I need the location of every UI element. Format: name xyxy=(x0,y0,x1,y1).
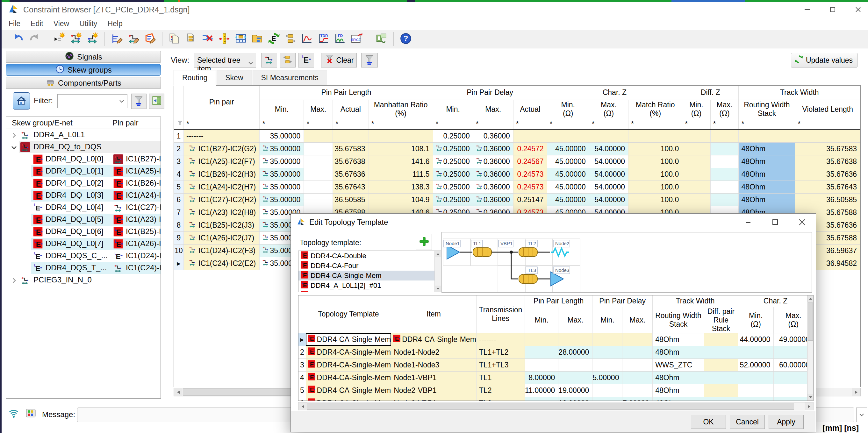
skew-group-settings-button[interactable] xyxy=(67,31,84,47)
value-cell[interactable]: 35.00000 xyxy=(259,180,304,193)
value-cell[interactable] xyxy=(704,397,738,401)
sub-header[interactable]: Min. xyxy=(433,100,473,119)
scrollbar-thumb[interactable] xyxy=(808,302,813,341)
template-list-item[interactable]: EDDR4-CA-Single-Mem xyxy=(299,271,441,280)
value-cell[interactable] xyxy=(738,346,774,359)
value-cell[interactable]: 45.00000 xyxy=(547,142,589,155)
value-cell[interactable]: 35.67583 xyxy=(333,142,369,155)
routing-width-stack-cell[interactable]: 48Ohm xyxy=(739,168,795,180)
value-cell[interactable]: 35.00000 xyxy=(259,168,304,180)
routing-width-stack-cell[interactable]: 48Ohm xyxy=(653,384,704,397)
value-cell[interactable]: 36.50585 xyxy=(795,193,860,206)
sidebar-button-components-parts[interactable]: Components/Parts xyxy=(6,77,161,89)
value-cell[interactable]: 0.25000 xyxy=(433,168,473,180)
sub-header[interactable]: Min. (Ω) xyxy=(547,100,589,119)
sub-header[interactable]: Actual xyxy=(513,100,547,119)
value-cell[interactable]: 35.67638 xyxy=(333,155,369,168)
filter-cell[interactable]: * xyxy=(628,119,682,130)
topology-template-cell[interactable]: EDDR4-CA-Single-Mem xyxy=(306,397,391,401)
value-cell[interactable]: 104.9 xyxy=(369,193,433,206)
tree-group-row[interactable]: PCIEG3_IN_N_0 xyxy=(6,274,160,286)
close-icon[interactable] xyxy=(797,217,807,228)
routing-width-stack-cell[interactable]: 48Ohm xyxy=(739,180,795,193)
item-cell[interactable]: EDDR4-CA-Single-Mem xyxy=(391,333,476,346)
value-cell[interactable] xyxy=(333,130,369,142)
value-cell[interactable] xyxy=(710,155,739,168)
value-cell[interactable]: 35.00000 xyxy=(259,155,304,168)
routing-width-stack-cell[interactable]: 48Ohm xyxy=(653,371,704,384)
template-list-item[interactable]: EDDR4-CA-Double xyxy=(299,251,441,261)
sub-header[interactable]: Min. (Ω) xyxy=(738,307,774,333)
value-cell[interactable]: 35.67636 xyxy=(795,168,860,180)
row-number[interactable]: 10 xyxy=(174,244,184,257)
item-cell[interactable]: Node2-VBP1 xyxy=(391,384,476,397)
value-cell[interactable]: 0.36000 xyxy=(473,142,513,155)
value-cell[interactable]: 45.00000 xyxy=(547,168,589,180)
component-doc-button[interactable] xyxy=(183,31,199,47)
sub-header[interactable]: Routing Width Stack xyxy=(653,307,704,333)
show-skew-groups-button[interactable] xyxy=(261,53,277,67)
routing-width-stack-cell[interactable]: 48Ohm xyxy=(739,193,795,206)
template-list-item[interactable]: EDDR4-CA-Four xyxy=(299,261,441,271)
tree-item-row[interactable]: EDDR4_DQ_L0[0]IC1(B27)-IC2... xyxy=(6,153,160,165)
menu-item-edit[interactable]: Edit xyxy=(26,18,49,29)
scroll-up-button[interactable] xyxy=(807,296,813,302)
tree-item-row[interactable]: EDDR4_DQ_L0[2]EIC1(B26)-IC2... xyxy=(6,177,160,190)
filter-cell[interactable]: * xyxy=(547,119,589,130)
sidebar-button-signals[interactable]: Signals xyxy=(6,51,161,63)
scroll-right-button[interactable] xyxy=(805,402,813,410)
value-cell[interactable]: 0.25000 xyxy=(433,193,473,206)
list-scrollbar[interactable] xyxy=(434,251,441,292)
value-cell[interactable] xyxy=(547,130,589,142)
row-number[interactable]: ▸ xyxy=(299,333,306,346)
value-cell[interactable] xyxy=(558,359,592,371)
value-cell[interactable] xyxy=(525,333,558,346)
item-cell[interactable]: Node1-VBP1 xyxy=(391,371,476,384)
value-cell[interactable]: 36.50585 xyxy=(333,193,369,206)
filter-cell[interactable]: * xyxy=(739,119,795,130)
topology-template-cell[interactable]: EDDR4-CA-Single-Mem xyxy=(306,346,391,359)
routing-width-stack-cell[interactable]: WWS_ZTC xyxy=(653,359,704,371)
value-cell[interactable]: 0.25000 xyxy=(433,155,473,168)
filter-combobox[interactable] xyxy=(57,94,127,108)
row-number[interactable]: 8 xyxy=(174,219,184,231)
item-cell[interactable]: Node3-VBP1 xyxy=(391,397,476,401)
value-cell[interactable]: 35.67638 xyxy=(795,155,860,168)
chevron-collapsed-icon[interactable] xyxy=(10,131,18,141)
show-pin-pairs-button[interactable] xyxy=(280,53,296,67)
funnel-sort-button[interactable] xyxy=(361,53,378,67)
value-cell[interactable]: 0.36000 xyxy=(473,168,513,180)
value-cell[interactable] xyxy=(682,155,710,168)
scroll-left-button[interactable] xyxy=(174,388,183,396)
pin-pair-cell[interactable]: IC1(A24)-IC2(H7) xyxy=(184,180,259,193)
apply-button[interactable]: Apply xyxy=(769,415,804,429)
value-cell[interactable] xyxy=(622,371,653,384)
scroll-left-button[interactable] xyxy=(299,402,307,410)
view-combobox[interactable]: Selected tree item xyxy=(194,53,256,67)
filter-cell[interactable]: * xyxy=(369,119,433,130)
value-cell[interactable]: 0.36000 xyxy=(473,193,513,206)
filter-cell[interactable]: * xyxy=(304,119,333,130)
value-cell[interactable]: 11.00000 xyxy=(525,384,558,397)
menu-item-help[interactable]: Help xyxy=(102,18,127,29)
value-cell[interactable] xyxy=(710,180,739,193)
transmission-lines-cell[interactable]: TL3 xyxy=(476,397,525,401)
transmission-lines-cell[interactable]: TL2 xyxy=(476,384,525,397)
value-cell[interactable] xyxy=(558,371,592,384)
value-cell[interactable] xyxy=(710,193,739,206)
sub-header[interactable]: Max. xyxy=(304,100,333,119)
value-cell[interactable] xyxy=(738,371,774,384)
filter-cell[interactable]: * xyxy=(589,119,628,130)
col-header-topology-template[interactable]: Topology Template xyxy=(306,296,391,333)
pin-pair-cell[interactable]: IC1(A25)-IC2(F7) xyxy=(184,155,259,168)
row-number[interactable]: 1 xyxy=(174,130,184,142)
transmission-lines-cell[interactable]: TL1+TL2 xyxy=(476,346,525,359)
value-cell[interactable] xyxy=(710,168,739,180)
show-panel-button[interactable] xyxy=(149,94,164,109)
value-cell[interactable]: 100.0 xyxy=(628,193,682,206)
row-number[interactable]: 2 xyxy=(299,346,306,359)
tab-skew[interactable]: Skew xyxy=(217,70,252,85)
value-cell[interactable]: 0.36000 xyxy=(473,180,513,193)
add-template-button[interactable] xyxy=(416,234,432,250)
filter-cell[interactable]: * xyxy=(433,119,473,130)
